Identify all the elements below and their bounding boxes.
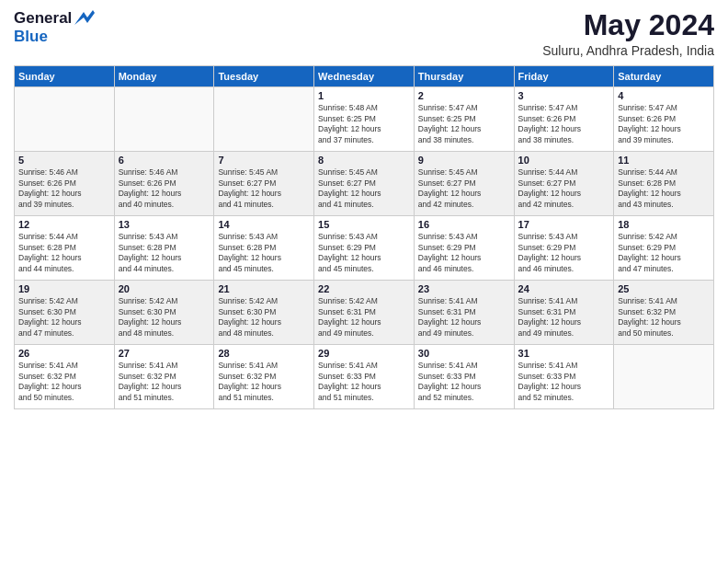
day-info: Sunrise: 5:42 AMSunset: 6:29 PMDaylight:… xyxy=(618,232,710,274)
table-row: 17Sunrise: 5:43 AMSunset: 6:29 PMDayligh… xyxy=(514,216,614,281)
day-number: 2 xyxy=(418,90,510,101)
day-info: Sunrise: 5:48 AMSunset: 6:25 PMDaylight:… xyxy=(318,103,410,145)
calendar-table: Sunday Monday Tuesday Wednesday Thursday… xyxy=(14,65,714,409)
day-info: Sunrise: 5:42 AMSunset: 6:30 PMDaylight:… xyxy=(18,296,110,339)
day-number: 6 xyxy=(119,155,210,166)
table-row: 23Sunrise: 5:41 AMSunset: 6:31 PMDayligh… xyxy=(414,281,514,345)
calendar-week-1: 1Sunrise: 5:48 AMSunset: 6:25 PMDaylight… xyxy=(15,87,714,152)
day-info: Sunrise: 5:45 AMSunset: 6:27 PMDaylight:… xyxy=(318,167,410,210)
day-info: Sunrise: 5:42 AMSunset: 6:31 PMDaylight:… xyxy=(318,296,410,339)
day-info: Sunrise: 5:41 AMSunset: 6:32 PMDaylight:… xyxy=(119,361,210,403)
col-friday: Friday xyxy=(514,66,614,87)
day-info: Sunrise: 5:43 AMSunset: 6:29 PMDaylight:… xyxy=(418,232,510,274)
day-info: Sunrise: 5:44 AMSunset: 6:28 PMDaylight:… xyxy=(18,232,110,274)
table-row: 10Sunrise: 5:44 AMSunset: 6:27 PMDayligh… xyxy=(514,152,614,216)
table-row: 5Sunrise: 5:46 AMSunset: 6:26 PMDaylight… xyxy=(15,152,115,216)
table-row: 27Sunrise: 5:41 AMSunset: 6:32 PMDayligh… xyxy=(114,345,214,409)
day-number: 1 xyxy=(318,90,410,101)
day-info: Sunrise: 5:47 AMSunset: 6:25 PMDaylight:… xyxy=(418,103,510,145)
day-number: 30 xyxy=(418,348,510,359)
header: General Blue May 2024 Suluru, Andhra Pra… xyxy=(14,9,714,58)
table-row: 29Sunrise: 5:41 AMSunset: 6:33 PMDayligh… xyxy=(314,345,415,409)
page: General Blue May 2024 Suluru, Andhra Pra… xyxy=(0,0,728,563)
day-number: 22 xyxy=(318,283,410,294)
table-row: 18Sunrise: 5:42 AMSunset: 6:29 PMDayligh… xyxy=(614,216,714,281)
logo-bird-icon xyxy=(74,8,95,27)
table-row: 20Sunrise: 5:42 AMSunset: 6:30 PMDayligh… xyxy=(114,281,214,345)
table-row: 9Sunrise: 5:45 AMSunset: 6:27 PMDaylight… xyxy=(414,152,514,216)
logo: General Blue xyxy=(14,9,95,46)
table-row: 6Sunrise: 5:46 AMSunset: 6:26 PMDaylight… xyxy=(114,152,214,216)
day-number: 18 xyxy=(618,219,710,230)
table-row: 2Sunrise: 5:47 AMSunset: 6:25 PMDaylight… xyxy=(414,87,514,152)
day-number: 24 xyxy=(518,283,610,294)
day-number: 28 xyxy=(218,348,310,359)
col-thursday: Thursday xyxy=(414,66,514,87)
day-number: 5 xyxy=(18,155,110,166)
day-number: 20 xyxy=(119,283,210,294)
col-monday: Monday xyxy=(114,66,214,87)
table-row xyxy=(614,345,714,409)
day-info: Sunrise: 5:43 AMSunset: 6:29 PMDaylight:… xyxy=(518,232,610,274)
table-row: 31Sunrise: 5:41 AMSunset: 6:33 PMDayligh… xyxy=(514,345,614,409)
table-row: 28Sunrise: 5:41 AMSunset: 6:32 PMDayligh… xyxy=(214,345,314,409)
day-number: 15 xyxy=(318,219,410,230)
table-row: 19Sunrise: 5:42 AMSunset: 6:30 PMDayligh… xyxy=(15,281,115,345)
subtitle: Suluru, Andhra Pradesh, India xyxy=(542,43,714,58)
table-row xyxy=(15,87,115,152)
day-info: Sunrise: 5:43 AMSunset: 6:29 PMDaylight:… xyxy=(318,232,410,274)
main-title: May 2024 xyxy=(542,9,714,41)
calendar-week-5: 26Sunrise: 5:41 AMSunset: 6:32 PMDayligh… xyxy=(15,345,714,409)
table-row: 26Sunrise: 5:41 AMSunset: 6:32 PMDayligh… xyxy=(15,345,115,409)
table-row: 3Sunrise: 5:47 AMSunset: 6:26 PMDaylight… xyxy=(514,87,614,152)
day-info: Sunrise: 5:45 AMSunset: 6:27 PMDaylight:… xyxy=(418,167,510,210)
day-info: Sunrise: 5:44 AMSunset: 6:27 PMDaylight:… xyxy=(518,167,610,210)
day-number: 4 xyxy=(618,90,710,101)
day-info: Sunrise: 5:43 AMSunset: 6:28 PMDaylight:… xyxy=(119,232,210,274)
col-sunday: Sunday xyxy=(15,66,115,87)
col-tuesday: Tuesday xyxy=(214,66,314,87)
day-number: 31 xyxy=(518,348,610,359)
title-section: May 2024 Suluru, Andhra Pradesh, India xyxy=(542,9,714,58)
day-info: Sunrise: 5:41 AMSunset: 6:32 PMDaylight:… xyxy=(618,296,710,339)
day-info: Sunrise: 5:42 AMSunset: 6:30 PMDaylight:… xyxy=(218,296,310,339)
day-info: Sunrise: 5:47 AMSunset: 6:26 PMDaylight:… xyxy=(618,103,710,145)
day-info: Sunrise: 5:45 AMSunset: 6:27 PMDaylight:… xyxy=(218,167,310,210)
day-number: 13 xyxy=(119,219,210,230)
day-info: Sunrise: 5:41 AMSunset: 6:33 PMDaylight:… xyxy=(518,361,610,403)
day-info: Sunrise: 5:44 AMSunset: 6:28 PMDaylight:… xyxy=(618,167,710,210)
day-info: Sunrise: 5:46 AMSunset: 6:26 PMDaylight:… xyxy=(18,167,110,210)
day-info: Sunrise: 5:41 AMSunset: 6:32 PMDaylight:… xyxy=(218,361,310,403)
table-row: 1Sunrise: 5:48 AMSunset: 6:25 PMDaylight… xyxy=(314,87,415,152)
day-number: 8 xyxy=(318,155,410,166)
table-row xyxy=(214,87,314,152)
day-number: 11 xyxy=(618,155,710,166)
day-number: 12 xyxy=(18,219,110,230)
day-number: 19 xyxy=(18,283,110,294)
day-number: 17 xyxy=(518,219,610,230)
day-info: Sunrise: 5:41 AMSunset: 6:33 PMDaylight:… xyxy=(318,361,410,403)
day-info: Sunrise: 5:41 AMSunset: 6:32 PMDaylight:… xyxy=(18,361,110,403)
day-number: 25 xyxy=(618,283,710,294)
day-info: Sunrise: 5:46 AMSunset: 6:26 PMDaylight:… xyxy=(119,167,210,210)
day-info: Sunrise: 5:47 AMSunset: 6:26 PMDaylight:… xyxy=(518,103,610,145)
calendar-week-2: 5Sunrise: 5:46 AMSunset: 6:26 PMDaylight… xyxy=(15,152,714,216)
calendar-week-4: 19Sunrise: 5:42 AMSunset: 6:30 PMDayligh… xyxy=(15,281,714,345)
calendar-header-row: Sunday Monday Tuesday Wednesday Thursday… xyxy=(15,66,714,87)
day-number: 16 xyxy=(418,219,510,230)
table-row: 13Sunrise: 5:43 AMSunset: 6:28 PMDayligh… xyxy=(114,216,214,281)
calendar-week-3: 12Sunrise: 5:44 AMSunset: 6:28 PMDayligh… xyxy=(15,216,714,281)
day-number: 21 xyxy=(218,283,310,294)
table-row: 11Sunrise: 5:44 AMSunset: 6:28 PMDayligh… xyxy=(614,152,714,216)
logo-blue-text: Blue xyxy=(14,28,48,45)
day-number: 14 xyxy=(218,219,310,230)
table-row: 12Sunrise: 5:44 AMSunset: 6:28 PMDayligh… xyxy=(15,216,115,281)
table-row: 30Sunrise: 5:41 AMSunset: 6:33 PMDayligh… xyxy=(414,345,514,409)
day-number: 29 xyxy=(318,348,410,359)
day-info: Sunrise: 5:41 AMSunset: 6:31 PMDaylight:… xyxy=(418,296,510,339)
table-row: 25Sunrise: 5:41 AMSunset: 6:32 PMDayligh… xyxy=(614,281,714,345)
table-row: 8Sunrise: 5:45 AMSunset: 6:27 PMDaylight… xyxy=(314,152,415,216)
table-row: 24Sunrise: 5:41 AMSunset: 6:31 PMDayligh… xyxy=(514,281,614,345)
col-wednesday: Wednesday xyxy=(314,66,415,87)
day-number: 23 xyxy=(418,283,510,294)
